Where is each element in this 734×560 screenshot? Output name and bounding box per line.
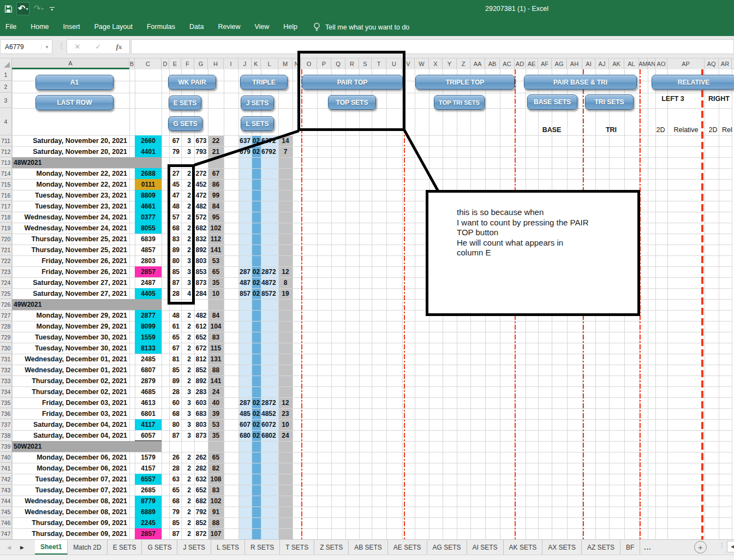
cell-F734[interactable]: 3 (181, 386, 194, 397)
undo-caret-icon[interactable]: ▾ (26, 7, 28, 11)
undo-button[interactable]: ↶ ▾ (16, 2, 29, 15)
cell-L738[interactable]: 6802 (261, 430, 278, 441)
cell-H715[interactable]: 86 (208, 179, 224, 190)
column-header-AP[interactable]: AP (667, 58, 705, 69)
cell-H736[interactable]: 39 (208, 408, 224, 419)
enter-icon[interactable]: ✓ (96, 43, 102, 51)
sheet-tab-g-sets[interactable]: G SETS (142, 540, 177, 555)
cell-A711[interactable]: Saturday, November 20, 2021 (12, 135, 129, 146)
row-header-1[interactable]: 1 (0, 69, 12, 81)
cell-F711[interactable]: 3 (181, 135, 194, 146)
cell-J738[interactable]: 680 (238, 430, 252, 441)
cell-A734[interactable]: Thursday, December 02, 2021 (12, 386, 129, 397)
cell-H723[interactable]: 65 (208, 266, 224, 277)
cell-M736[interactable]: 23 (278, 408, 293, 419)
cell-L736[interactable]: 4852 (261, 408, 278, 419)
cell-A712[interactable]: Saturday, November 20, 2021 (12, 146, 129, 157)
cell-F712[interactable]: 3 (181, 146, 194, 157)
row-header-744[interactable]: 744 (0, 496, 12, 507)
g-sets-button[interactable]: G SETS (168, 116, 202, 131)
cell-K738[interactable]: 02 (252, 430, 261, 441)
cell-A746[interactable]: Thursday, December 09, 2021 (12, 517, 129, 528)
column-header-H[interactable]: H (208, 58, 224, 69)
cell-G722[interactable]: 803 (194, 255, 208, 266)
column-header-AL[interactable]: AL (624, 58, 639, 69)
cell-A723[interactable]: Friday, November 26, 2021 (12, 266, 129, 277)
name-box-caret-icon[interactable]: ▾ (41, 44, 52, 50)
triple-top-button[interactable]: TRIPLE TOP (415, 75, 515, 90)
column-header-Y[interactable]: Y (443, 58, 457, 69)
cell-H742[interactable]: 108 (208, 474, 224, 485)
row-header-718[interactable]: 718 (0, 212, 12, 223)
top-tri-sets-button[interactable]: TOP TRI SETS (434, 95, 485, 110)
cell-F737[interactable]: 3 (181, 419, 194, 430)
cell-C744[interactable]: 8779 (135, 496, 162, 507)
e-sets-button[interactable]: E SETS (169, 96, 201, 110)
row-header-731[interactable]: 731 (0, 354, 12, 365)
cell-F741[interactable]: 2 (181, 463, 194, 474)
row-header-742[interactable]: 742 (0, 474, 12, 485)
row-header-740[interactable]: 740 (0, 452, 12, 463)
cell-E731[interactable]: 81 (169, 354, 181, 365)
column-header-F[interactable]: F (181, 58, 194, 69)
row-header-733[interactable]: 733 (0, 376, 12, 386)
insert-function-icon[interactable]: fx (116, 43, 122, 51)
cell-A715[interactable]: Monday, November 22, 2021 (12, 179, 129, 190)
ribbon-tab-help[interactable]: Help (276, 18, 305, 36)
cell-F746[interactable]: 2 (181, 517, 194, 528)
cell-E729[interactable]: 65 (169, 332, 181, 343)
cell-G724[interactable]: 873 (194, 277, 208, 288)
save-icon[interactable] (4, 5, 13, 13)
cell-E745[interactable]: 79 (169, 507, 181, 517)
cell-A725[interactable]: Saturday, November 27, 2021 (12, 288, 129, 299)
select-all-corner[interactable] (0, 58, 12, 69)
cell-H733[interactable]: 141 (208, 376, 224, 386)
cell-E732[interactable]: 85 (169, 365, 181, 376)
cell-J724[interactable]: 487 (238, 277, 252, 288)
column-header-M[interactable]: M (278, 58, 293, 69)
sheet-tab-ak-sets[interactable]: AK SETS (504, 540, 543, 555)
cell-G735[interactable]: 603 (194, 397, 208, 408)
cell-A743[interactable]: Tuesday, December 07, 2021 (12, 485, 129, 496)
cell-H735[interactable]: 40 (208, 397, 224, 408)
cell-C733[interactable]: 2879 (135, 376, 162, 386)
cell-A721[interactable]: Thursday, November 25, 2021 (12, 245, 129, 255)
column-header-C[interactable]: C (135, 58, 162, 69)
cell-C711[interactable]: 2660 (135, 135, 162, 146)
row-header-721[interactable]: 721 (0, 245, 12, 255)
row-header-734[interactable]: 734 (0, 386, 12, 397)
cell-M724[interactable]: 8 (278, 277, 293, 288)
cell-L737[interactable]: 6072 (261, 419, 278, 430)
row-header-738[interactable]: 738 (0, 430, 12, 441)
cell-K724[interactable]: 02 (252, 277, 261, 288)
cell-C736[interactable]: 6801 (135, 408, 162, 419)
row-header-737[interactable]: 737 (0, 419, 12, 430)
cell-C715[interactable]: 0111 (135, 179, 162, 190)
cell-H744[interactable]: 102 (208, 496, 224, 507)
cell-H730[interactable]: 115 (208, 343, 224, 354)
cell-F744[interactable]: 2 (181, 496, 194, 507)
cell-E740[interactable]: 26 (169, 452, 181, 463)
tri-sets-button[interactable]: TRI SETS (585, 94, 634, 110)
cell-H722[interactable]: 53 (208, 255, 224, 266)
cell-G721[interactable]: 892 (194, 245, 208, 255)
cell-H719[interactable]: 102 (208, 223, 224, 234)
cell-A742[interactable]: Tuesday, December 07, 2021 (12, 474, 129, 485)
cell-A741[interactable]: Monday, December 06, 2021 (12, 463, 129, 474)
triple-button[interactable]: TRIPLE (240, 75, 288, 90)
cell-C722[interactable]: 2803 (135, 255, 162, 266)
cell-H727[interactable]: 84 (208, 310, 224, 321)
cell-H717[interactable]: 84 (208, 201, 224, 212)
cell-A745[interactable]: Wednesday, December 08, 2021 (12, 507, 129, 517)
cell-G745[interactable]: 792 (194, 507, 208, 517)
cell-H721[interactable]: 141 (208, 245, 224, 255)
ribbon-tab-page-layout[interactable]: Page Layout (87, 18, 140, 36)
cell-A736[interactable]: Friday, December 03, 2021 (12, 408, 129, 419)
column-header-X[interactable]: X (429, 58, 443, 69)
cell-C721[interactable]: 4857 (135, 245, 162, 255)
column-header-AG[interactable]: AG (552, 58, 567, 69)
cell-F745[interactable]: 2 (181, 507, 194, 517)
cell-H728[interactable]: 104 (208, 321, 224, 332)
ribbon-tab-data[interactable]: Data (182, 18, 211, 36)
cell-E738[interactable]: 87 (169, 430, 181, 441)
